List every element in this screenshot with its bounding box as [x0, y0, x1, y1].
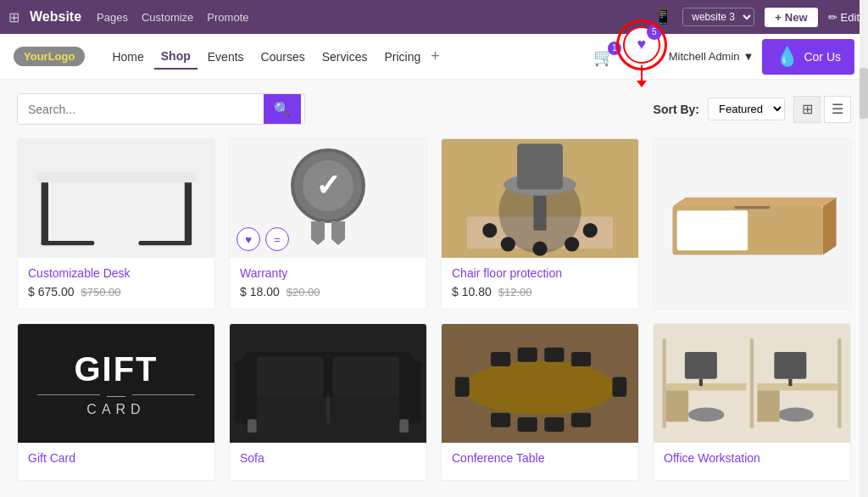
svg-rect-45 [685, 352, 717, 379]
nav-home[interactable]: Home [105, 45, 150, 69]
nav-right: 🛒 1 ♥ 5 Mitchell Admin ▼ 💧 Cor Us [593, 26, 854, 87]
edit-button[interactable]: ✏ Edit [828, 11, 860, 24]
view-buttons: ⊞ ☰ [793, 96, 851, 123]
product-card-office[interactable]: Office Workstation [653, 323, 851, 481]
svg-rect-48 [788, 379, 792, 386]
product-info-warranty: Warranty $ 18.00 $20.00 [230, 258, 426, 309]
product-card-sofa[interactable]: Sofa [229, 323, 427, 481]
gift-divider-text: —— [107, 390, 125, 400]
website-title: Website [30, 9, 81, 25]
product-name-conference[interactable]: Conference Table [452, 451, 628, 465]
logo[interactable]: YourLogo [14, 47, 85, 66]
product-info-office: Office Workstation [654, 443, 850, 480]
product-grid: Customizable Desk $ 675.00 $750.00 ✓ [17, 138, 851, 481]
sort-select[interactable]: Featured [708, 98, 785, 120]
svg-rect-27 [257, 356, 324, 396]
search-input[interactable] [18, 94, 264, 124]
svg-point-11 [532, 242, 547, 256]
mobile-icon[interactable]: 📱 [654, 8, 672, 26]
contact-button[interactable]: 💧 Cor Us [762, 39, 854, 75]
arrow-shaft [641, 65, 643, 81]
product-name-desk[interactable]: Customizable Desk [28, 266, 204, 280]
product-name-office[interactable]: Office Workstation [664, 451, 840, 465]
water-drop-icon: 💧 [776, 46, 798, 68]
product-image-conference [442, 324, 638, 443]
product-name-chair[interactable]: Chair floor protection [452, 266, 628, 280]
scrollbar-thumb[interactable] [860, 68, 868, 119]
product-name-sofa[interactable]: Sofa [240, 451, 416, 465]
nav-services[interactable]: Services [315, 45, 375, 69]
nav-shop[interactable]: Shop [154, 44, 198, 70]
svg-point-10 [583, 223, 598, 237]
svg-rect-0 [36, 172, 196, 183]
svg-rect-44 [757, 383, 837, 390]
chevron-down-icon: ▼ [743, 50, 754, 63]
admin-nav-promote[interactable]: Promote [207, 11, 248, 24]
search-button[interactable]: 🔍 [264, 94, 301, 124]
product-image-office [654, 324, 850, 443]
product-card-conference[interactable]: Conference Table [441, 323, 639, 481]
product-card-cable[interactable]: Cable Management Box $ 90.00 $100.00 [653, 138, 851, 310]
svg-rect-25 [399, 419, 409, 433]
product-name-giftcard[interactable]: Gift Card [28, 451, 204, 465]
arrow-tip [637, 81, 647, 87]
product-image-cable [654, 139, 850, 309]
svg-rect-32 [544, 348, 564, 362]
svg-rect-51 [666, 390, 688, 422]
product-info-sofa: Sofa [230, 443, 426, 480]
svg-rect-33 [571, 352, 591, 366]
nav-events[interactable]: Events [201, 45, 251, 69]
svg-rect-38 [455, 377, 470, 397]
cart-icon[interactable]: 🛒 1 [593, 47, 615, 67]
product-name-warranty[interactable]: Warranty [240, 266, 416, 280]
wishlist-btn-container: ♥ 5 [623, 26, 660, 64]
product-card-warranty[interactable]: ✓ ♥ = Warranty $ 18.00 [229, 138, 427, 310]
product-info-giftcard: Gift Card [18, 443, 214, 480]
gift-card-subtitle: CARD [86, 402, 145, 417]
wishlist-badge: 5 [647, 25, 662, 40]
wishlist-action-button[interactable]: ♥ [236, 227, 260, 251]
wishlist-button[interactable]: ♥ 5 [623, 26, 660, 64]
svg-rect-43 [666, 383, 747, 390]
admin-nav-customize[interactable]: Customize [142, 11, 193, 24]
svg-point-29 [464, 361, 615, 415]
svg-marker-19 [672, 198, 836, 206]
nav-pricing[interactable]: Pricing [377, 45, 427, 69]
svg-rect-28 [332, 356, 399, 396]
compare-action-button[interactable]: = [265, 227, 289, 251]
product-card-giftcard[interactable]: GIFT —— CARD Gift Card [17, 323, 215, 481]
plus-icon: + [775, 11, 782, 24]
svg-point-50 [778, 407, 814, 422]
product-price-chair: $ 10.80 $12.00 [452, 285, 628, 299]
product-card-chair[interactable]: Chair floor protection $ 10.80 $12.00 [441, 138, 639, 310]
product-actions-warranty: ♥ = [236, 227, 289, 251]
product-image-desk [18, 139, 214, 258]
product-info-chair: Chair floor protection $ 10.80 $12.00 [442, 258, 638, 309]
grid-view-button[interactable]: ⊞ [793, 96, 821, 123]
admin-nav: Pages Customize Promote [97, 11, 248, 24]
gift-card-divider: —— [37, 390, 195, 400]
sofa-svg [230, 324, 426, 443]
new-button[interactable]: + New [765, 8, 817, 27]
svg-rect-41 [750, 338, 754, 427]
website-select[interactable]: website 3 [682, 8, 754, 26]
main-nav: Home Shop Events Courses Services Pricin… [105, 44, 439, 70]
wishlist-wrapper: ♥ 5 [623, 26, 660, 87]
admin-nav-pages[interactable]: Pages [97, 11, 128, 24]
admin-user[interactable]: Mitchell Admin ▼ [669, 50, 754, 63]
desk-svg [28, 145, 205, 252]
svg-rect-37 [571, 413, 591, 427]
svg-rect-14 [517, 143, 563, 189]
nav-add-icon[interactable]: + [431, 47, 440, 65]
cart-badge: 1 [608, 42, 621, 55]
search-box: 🔍 [17, 93, 305, 125]
nav-courses[interactable]: Courses [254, 45, 312, 69]
product-price-desk: $ 675.00 $750.00 [28, 285, 204, 299]
grid-icon[interactable]: ⊞ [8, 9, 19, 25]
chair-svg [442, 139, 638, 258]
product-card-desk[interactable]: Customizable Desk $ 675.00 $750.00 [17, 138, 215, 310]
list-view-button[interactable]: ☰ [824, 96, 851, 123]
svg-rect-23 [399, 361, 421, 424]
svg-point-8 [565, 237, 579, 251]
svg-point-9 [482, 223, 497, 237]
